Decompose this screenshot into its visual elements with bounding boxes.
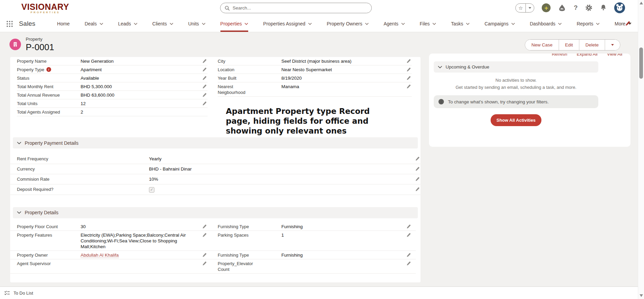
edit-button[interactable]: Edit: [559, 40, 579, 50]
tab-campaigns[interactable]: Campaigns: [485, 16, 515, 32]
todo-list-icon: [4, 290, 10, 296]
scroll-up-arrow[interactable]: [640, 2, 643, 4]
info-icon: i: [438, 99, 444, 104]
tab-files[interactable]: Files: [420, 16, 436, 32]
edit-field-pencil-icon[interactable]: [201, 224, 208, 230]
tab-home[interactable]: Home: [57, 16, 70, 32]
field-row-currency: Currency BHD - Bahraini Dinar: [10, 164, 421, 174]
edit-field-pencil-icon[interactable]: [405, 75, 412, 81]
edit-field-pencil-icon[interactable]: [405, 58, 412, 64]
field-row-property-features: Property Features Electricity (EWA);Park…: [10, 231, 212, 251]
favorites-dropdown-icon[interactable]: [525, 4, 534, 12]
tab-reports[interactable]: Reports: [577, 16, 600, 32]
field-row-rent-frequency: Rent Frequency Yearly: [10, 154, 421, 164]
tab-properties[interactable]: Properties: [220, 16, 249, 32]
chevron-down-icon[interactable]: [466, 23, 470, 25]
field-row-furnishing-type-2: Furnishing Type Furnishing: [212, 251, 416, 259]
show-all-activities-button[interactable]: Show All Activities: [491, 114, 541, 126]
tab-properties-assigned[interactable]: Properties Assigned: [263, 16, 312, 32]
edit-page-pencil-icon[interactable]: [625, 21, 630, 26]
record-entity-label: Property: [26, 37, 42, 42]
edit-field-pencil-icon[interactable]: [201, 67, 208, 73]
tab-tasks[interactable]: Tasks: [451, 16, 470, 32]
scrollbar-thumb[interactable]: [639, 47, 643, 79]
edit-field-pencil-icon[interactable]: [201, 101, 208, 106]
chevron-down-icon[interactable]: [134, 23, 137, 25]
info-icon[interactable]: i: [46, 67, 51, 72]
setup-gear-icon[interactable]: [585, 4, 593, 12]
property-details-fields: Property Floor Count 30 Furnishing Type …: [10, 218, 421, 274]
tab-units[interactable]: Units: [188, 16, 206, 32]
tab-leads[interactable]: Leads: [118, 16, 137, 32]
edit-field-pencil-icon[interactable]: [414, 156, 421, 162]
tab-property-owners[interactable]: Property Owners: [327, 16, 369, 32]
delete-button[interactable]: Delete: [579, 40, 605, 50]
edit-field-pencil-icon[interactable]: [201, 252, 208, 258]
tab-deals[interactable]: Deals: [85, 16, 103, 32]
annotation-note: Apartment Property type Record page, hid…: [226, 106, 380, 136]
view-all-link[interactable]: View All: [607, 54, 622, 57]
chevron-down-icon[interactable]: [365, 23, 369, 25]
edit-field-pencil-icon[interactable]: [201, 58, 208, 64]
logo-name: VISIONARY: [21, 3, 69, 11]
chevron-down-icon: [438, 66, 442, 68]
tab-dashboards[interactable]: Dashboards: [530, 16, 562, 32]
chevron-down-icon[interactable]: [202, 23, 206, 25]
more-actions-caret-button[interactable]: [605, 40, 620, 50]
edit-field-pencil-icon[interactable]: [405, 67, 412, 73]
app-navigation-bar: Sales Home Deals Leads Clients Units Pro…: [0, 16, 638, 32]
edit-field-pencil-icon[interactable]: [414, 176, 421, 182]
chevron-down-icon[interactable]: [401, 23, 405, 25]
global-add-icon[interactable]: +: [542, 3, 551, 12]
edit-field-pencil-icon[interactable]: [414, 166, 421, 172]
chevron-down-icon[interactable]: [308, 23, 312, 25]
help-icon[interactable]: ?: [574, 4, 578, 12]
edit-field-pencil-icon[interactable]: [405, 261, 412, 266]
app-launcher-icon[interactable]: [6, 20, 13, 27]
tab-clients[interactable]: Clients: [152, 16, 173, 32]
todo-list-label[interactable]: To Do List: [14, 291, 33, 296]
tab-agents[interactable]: Agents: [384, 16, 405, 32]
edit-field-pencil-icon[interactable]: [201, 75, 208, 81]
edit-field-pencil-icon[interactable]: [201, 232, 208, 238]
refresh-link[interactable]: Refresh: [552, 54, 567, 57]
field-row-location: Location Near Nesto Supermarket: [218, 65, 412, 74]
chevron-down-icon[interactable]: [244, 23, 248, 25]
field-row-property-name: Property Name New Generation: [17, 57, 208, 65]
chevron-down-icon[interactable]: [100, 23, 103, 25]
trailhead-icon[interactable]: [558, 4, 566, 12]
field-row-property-owner: Property Owner Abdullah Al Khalifa: [10, 251, 212, 259]
field-row-furnishing-type-1: Furnishing Type Furnishing: [212, 222, 416, 231]
edit-field-pencil-icon[interactable]: [201, 261, 208, 266]
edit-field-pencil-icon[interactable]: [201, 84, 208, 89]
edit-field-pencil-icon[interactable]: [405, 84, 412, 89]
chevron-down-icon[interactable]: [170, 23, 173, 25]
edit-field-pencil-icon[interactable]: [414, 186, 421, 192]
upcoming-overdue-header[interactable]: Upcoming & Overdue: [434, 61, 598, 73]
section-header-property-details[interactable]: Property Details: [13, 207, 418, 218]
user-avatar[interactable]: [614, 2, 625, 13]
property-owner-link[interactable]: Abdullah Al Khalifa: [81, 253, 119, 258]
chevron-down-icon[interactable]: [596, 23, 600, 25]
chevron-down-icon[interactable]: [432, 23, 436, 25]
edit-field-pencil-icon[interactable]: [405, 232, 412, 238]
app-name: Sales: [19, 20, 36, 27]
notifications-bell-icon[interactable]: [600, 4, 607, 12]
edit-field-pencil-icon[interactable]: [405, 224, 412, 230]
favorites-control[interactable]: ☆: [515, 3, 534, 13]
expand-all-link[interactable]: Expand All: [577, 54, 597, 57]
scroll-down-arrow[interactable]: [640, 294, 643, 297]
activity-panel: Refresh Expand All View All Upcoming & O…: [429, 54, 630, 147]
window-scrollbar[interactable]: [638, 0, 644, 299]
field-row-total-monthly-rent: Total Monthly Rent BHD 5,300.000: [17, 82, 208, 91]
section-header-property-payment-details[interactable]: Property Payment Details: [13, 137, 418, 148]
search-input[interactable]: [233, 5, 367, 11]
favorites-star-icon[interactable]: ☆: [516, 4, 525, 12]
edit-field-pencil-icon[interactable]: [405, 252, 412, 258]
new-case-button[interactable]: New Case: [525, 40, 558, 50]
edit-field-pencil-icon[interactable]: [201, 92, 208, 98]
global-search[interactable]: [220, 3, 372, 13]
chevron-down-icon[interactable]: [511, 23, 515, 25]
chevron-down-icon[interactable]: [558, 23, 562, 25]
deposit-required-checkbox[interactable]: ✓: [149, 187, 154, 193]
